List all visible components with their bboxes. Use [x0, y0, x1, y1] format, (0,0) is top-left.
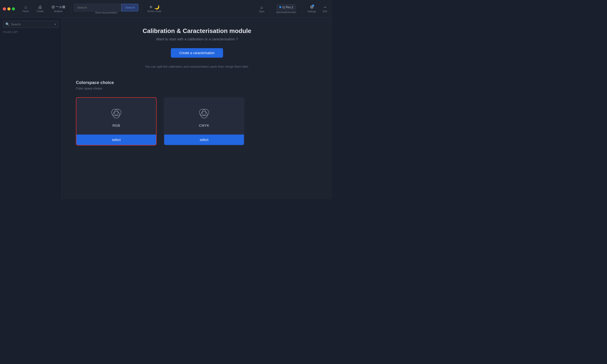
toolbar-analyse[interactable]: ⚙ 〜 ≡ ▦ Analyse: [48, 5, 68, 13]
toolbar-screen-mode[interactable]: ☀ 🌙 Screen mode: [144, 5, 164, 13]
create-label: Create: [37, 10, 44, 13]
svg-point-4: [202, 109, 209, 116]
settings-icon-wrapper: ⚙: [310, 5, 314, 10]
rgb-icon: [110, 107, 123, 119]
files-list-label: FILES LIST: [3, 31, 59, 33]
svg-point-2: [113, 112, 120, 118]
svg-point-1: [114, 109, 121, 116]
settings-label: Settings: [308, 10, 316, 13]
toolbar-quit[interactable]: → Quit: [320, 5, 329, 13]
svg-point-3: [199, 109, 206, 116]
rgb-label: RGB: [113, 123, 120, 127]
split-note: You can split the calibration and caract…: [76, 65, 318, 68]
toolbar-settings[interactable]: ⚙ Settings: [305, 5, 318, 13]
spectro-name: i1 Pro 2: [283, 5, 293, 9]
analyse-label: Analyse: [54, 10, 63, 13]
svg-point-0: [112, 109, 118, 116]
spectro-status-dot: [279, 6, 281, 8]
search-button[interactable]: Search: [121, 4, 138, 11]
close-button[interactable]: [3, 7, 6, 11]
screen-mode-label: Screen mode: [147, 10, 161, 13]
quit-icon: →: [323, 5, 327, 9]
cmyk-card[interactable]: CMYK select: [164, 97, 245, 145]
toolbar-create[interactable]: 🖨 Create: [34, 5, 47, 13]
maximize-button[interactable]: [12, 7, 15, 11]
rgb-card[interactable]: RGB select: [76, 97, 157, 145]
scan-icon: ⌕: [260, 5, 263, 10]
scan-label: Scan: [259, 10, 265, 13]
rgb-select-button[interactable]: select: [77, 135, 156, 145]
divider-1: [71, 4, 71, 13]
toolbar-spectrophotometer[interactable]: i1 Pro 2 Spectrophotometer: [273, 4, 299, 13]
page-title: Calibration & Caracterisation module: [76, 27, 318, 35]
quit-label: Quit: [323, 10, 327, 13]
minimize-button[interactable]: [7, 7, 11, 11]
spectro-inner: i1 Pro 2: [277, 4, 296, 10]
home-icon: ⌂: [25, 5, 27, 9]
traffic-lights: [3, 7, 15, 11]
divider-3: [270, 4, 270, 13]
sidebar-search-input[interactable]: [11, 23, 53, 26]
spectrophotometer-label: Spectrophotometer: [276, 11, 296, 13]
main-layout: 🔍 ▾ FILES LIST Calibration & Caracterisa…: [0, 18, 332, 199]
search-wrapper: Search Show documentation: [74, 4, 138, 14]
colorspace-title: Colorspace choice: [76, 80, 318, 85]
divider-2: [141, 4, 142, 13]
sidebar-dropdown-arrow[interactable]: ▾: [55, 23, 56, 26]
moon-icon: 🌙: [154, 5, 159, 9]
layers-icon: ≡: [59, 5, 62, 9]
wave-icon: 〜: [55, 5, 59, 9]
toolbar-home[interactable]: ⌂ Home: [20, 5, 32, 13]
image-icon: ▦: [62, 5, 65, 9]
cmyk-label: CMYK: [199, 123, 209, 127]
main-content: Calibration & Caracterisation module Wan…: [62, 18, 332, 199]
gear-icon: ⚙: [51, 5, 55, 9]
svg-point-5: [201, 112, 207, 118]
show-documentation-label: Show documentation: [95, 11, 117, 14]
sidebar-search-icon: 🔍: [5, 22, 10, 26]
divider-4: [302, 4, 302, 13]
rgb-card-body: RGB: [77, 98, 156, 135]
titlebar: ⌂ Home 🖨 Create ⚙ 〜 ≡ ▦ Analyse Search S…: [0, 0, 332, 18]
search-input[interactable]: [74, 4, 121, 11]
settings-notification-dot: [312, 4, 314, 6]
cmyk-icon: [197, 107, 211, 119]
cmyk-card-body: CMYK: [164, 98, 244, 135]
home-label: Home: [23, 10, 29, 13]
sun-icon: ☀: [149, 5, 153, 9]
create-caracterisation-button[interactable]: Create a caracterisation: [171, 48, 223, 58]
cmyk-select-button[interactable]: select: [164, 135, 244, 145]
color-cards: RGB select CMYK select: [76, 97, 318, 145]
page-subtitle: Want to start with a calibration or a ca…: [76, 37, 318, 41]
colorspace-subtitle: Color space choice: [76, 87, 318, 90]
toolbar-scan[interactable]: ⌕ Scan: [256, 5, 267, 13]
sidebar-search-wrapper: 🔍 ▾: [3, 21, 59, 28]
print-icon: 🖨: [38, 5, 42, 9]
sidebar: 🔍 ▾ FILES LIST: [0, 18, 62, 199]
